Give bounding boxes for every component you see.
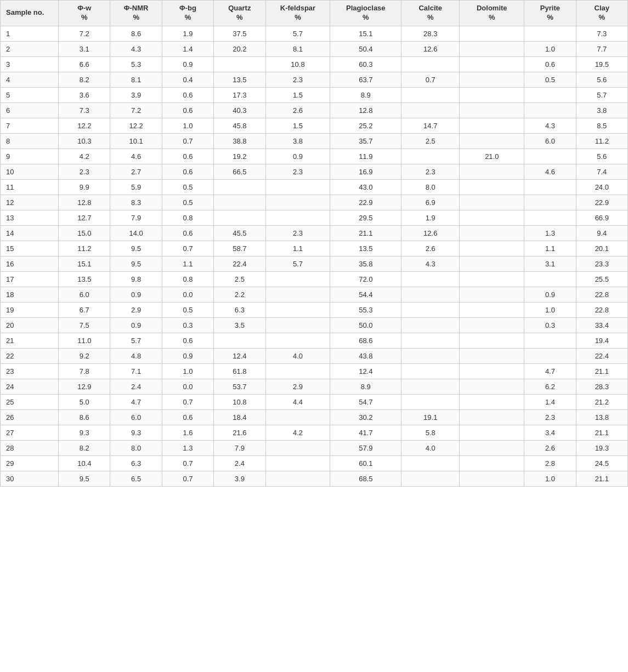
cell-quartz: 3.9 bbox=[214, 471, 265, 486]
cell-calcite bbox=[401, 363, 460, 379]
cell-calcite bbox=[401, 302, 460, 317]
cell-dolomite bbox=[460, 164, 524, 179]
cell-phi_bg: 0.4 bbox=[162, 72, 213, 87]
cell-k_feldspar bbox=[265, 409, 330, 425]
col-header-phi_bg: Φ-bg% bbox=[162, 1, 213, 26]
cell-quartz: 40.3 bbox=[214, 102, 265, 118]
table-row: 2910.46.30.72.460.12.824.5 bbox=[1, 455, 628, 471]
cell-sample: 10 bbox=[1, 164, 59, 179]
table-row: 1415.014.00.645.52.321.112.61.39.4 bbox=[1, 225, 628, 241]
cell-dolomite bbox=[460, 241, 524, 256]
table-row: 237.87.11.061.812.44.721.1 bbox=[1, 363, 628, 379]
cell-plagioclase: 60.1 bbox=[330, 455, 401, 471]
cell-sample: 29 bbox=[1, 455, 59, 471]
cell-sample: 6 bbox=[1, 102, 59, 118]
col-header-sample: Sample no. bbox=[1, 1, 59, 26]
cell-plagioclase: 12.4 bbox=[330, 363, 401, 379]
cell-plagioclase: 8.9 bbox=[330, 379, 401, 394]
cell-sample: 17 bbox=[1, 271, 59, 287]
cell-clay: 7.3 bbox=[576, 26, 627, 41]
cell-plagioclase: 35.8 bbox=[330, 256, 401, 271]
cell-dolomite bbox=[460, 118, 524, 133]
cell-k_feldspar: 5.7 bbox=[265, 26, 330, 41]
cell-clay: 22.4 bbox=[576, 348, 627, 363]
cell-phi_w: 11.0 bbox=[59, 333, 110, 348]
table-row: 712.212.21.045.81.525.214.74.38.5 bbox=[1, 118, 628, 133]
cell-clay: 3.8 bbox=[576, 102, 627, 118]
table-body: 17.28.61.937.55.715.128.37.323.14.31.420… bbox=[1, 26, 628, 486]
cell-clay: 5.6 bbox=[576, 149, 627, 164]
cell-calcite: 2.6 bbox=[401, 241, 460, 256]
cell-dolomite bbox=[460, 471, 524, 486]
cell-pyrite: 3.1 bbox=[524, 256, 576, 271]
cell-calcite: 12.6 bbox=[401, 41, 460, 56]
cell-phi_bg: 0.7 bbox=[162, 471, 213, 486]
cell-plagioclase: 54.7 bbox=[330, 394, 401, 409]
cell-plagioclase: 57.9 bbox=[330, 440, 401, 455]
cell-clay: 21.1 bbox=[576, 471, 627, 486]
cell-dolomite bbox=[460, 26, 524, 41]
cell-clay: 21.2 bbox=[576, 394, 627, 409]
table-row: 810.310.10.738.83.835.72.56.011.2 bbox=[1, 133, 628, 149]
cell-phi_w: 7.8 bbox=[59, 363, 110, 379]
cell-phi_nmr: 6.3 bbox=[110, 455, 162, 471]
cell-dolomite bbox=[460, 348, 524, 363]
cell-phi_nmr: 2.4 bbox=[110, 379, 162, 394]
cell-k_feldspar: 4.2 bbox=[265, 425, 330, 440]
cell-phi_w: 12.7 bbox=[59, 210, 110, 225]
cell-calcite: 5.8 bbox=[401, 425, 460, 440]
cell-phi_nmr: 4.3 bbox=[110, 41, 162, 56]
cell-sample: 27 bbox=[1, 425, 59, 440]
cell-dolomite bbox=[460, 72, 524, 87]
cell-plagioclase: 29.5 bbox=[330, 210, 401, 225]
cell-phi_nmr: 5.3 bbox=[110, 56, 162, 72]
cell-phi_w: 3.1 bbox=[59, 41, 110, 56]
table-row: 2412.92.40.053.72.98.96.228.3 bbox=[1, 379, 628, 394]
cell-phi_w: 6.6 bbox=[59, 56, 110, 72]
cell-sample: 13 bbox=[1, 210, 59, 225]
cell-sample: 28 bbox=[1, 440, 59, 455]
cell-phi_nmr: 9.5 bbox=[110, 241, 162, 256]
cell-phi_bg: 0.7 bbox=[162, 241, 213, 256]
cell-calcite: 8.0 bbox=[401, 179, 460, 195]
cell-clay: 5.7 bbox=[576, 87, 627, 102]
cell-quartz: 58.7 bbox=[214, 241, 265, 256]
col-header-calcite: Calcite% bbox=[401, 1, 460, 26]
cell-phi_w: 11.2 bbox=[59, 241, 110, 256]
cell-sample: 19 bbox=[1, 302, 59, 317]
cell-pyrite: 3.4 bbox=[524, 425, 576, 440]
cell-pyrite bbox=[524, 87, 576, 102]
cell-pyrite bbox=[524, 26, 576, 41]
cell-dolomite bbox=[460, 425, 524, 440]
col-header-phi_nmr: Φ-NMR% bbox=[110, 1, 162, 26]
cell-phi_nmr: 8.0 bbox=[110, 440, 162, 455]
cell-calcite: 12.6 bbox=[401, 225, 460, 241]
cell-plagioclase: 8.9 bbox=[330, 87, 401, 102]
cell-k_feldspar: 8.1 bbox=[265, 41, 330, 56]
cell-phi_w: 10.3 bbox=[59, 133, 110, 149]
cell-plagioclase: 16.9 bbox=[330, 164, 401, 179]
cell-pyrite bbox=[524, 348, 576, 363]
cell-k_feldspar: 4.4 bbox=[265, 394, 330, 409]
cell-sample: 2 bbox=[1, 41, 59, 56]
cell-clay: 24.5 bbox=[576, 455, 627, 471]
cell-plagioclase: 55.3 bbox=[330, 302, 401, 317]
cell-phi_w: 15.1 bbox=[59, 256, 110, 271]
col-header-clay: Clay% bbox=[576, 1, 627, 26]
cell-pyrite: 0.6 bbox=[524, 56, 576, 72]
cell-k_feldspar bbox=[265, 317, 330, 333]
cell-clay: 11.2 bbox=[576, 133, 627, 149]
cell-quartz: 7.9 bbox=[214, 440, 265, 455]
cell-sample: 25 bbox=[1, 394, 59, 409]
cell-clay: 8.5 bbox=[576, 118, 627, 133]
cell-clay: 22.9 bbox=[576, 195, 627, 210]
cell-quartz bbox=[214, 56, 265, 72]
cell-phi_w: 15.0 bbox=[59, 225, 110, 241]
cell-phi_w: 9.3 bbox=[59, 425, 110, 440]
cell-sample: 24 bbox=[1, 379, 59, 394]
cell-k_feldspar: 3.8 bbox=[265, 133, 330, 149]
cell-phi_w: 8.2 bbox=[59, 440, 110, 455]
cell-dolomite bbox=[460, 271, 524, 287]
cell-pyrite bbox=[524, 149, 576, 164]
cell-phi_nmr: 8.1 bbox=[110, 72, 162, 87]
